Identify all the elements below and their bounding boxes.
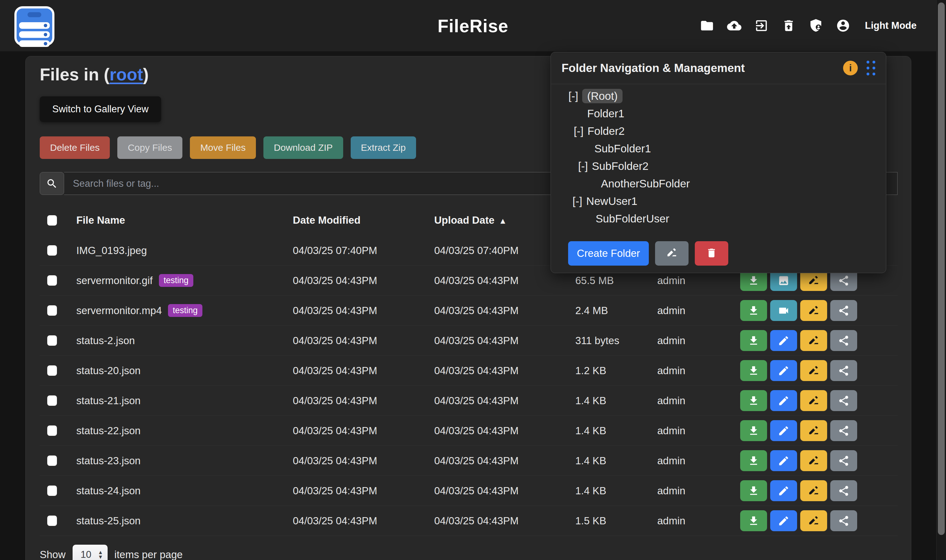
column-header-date-modified[interactable]: Date Modified <box>293 214 434 226</box>
download-button[interactable] <box>740 510 767 531</box>
file-name: servermonitor.mp4 <box>76 305 162 317</box>
create-folder-button[interactable]: Create Folder <box>568 241 649 266</box>
share-button[interactable] <box>830 360 857 381</box>
rename-button[interactable] <box>800 510 827 531</box>
file-tag-badge: testing <box>159 274 193 287</box>
edit-button[interactable] <box>770 360 797 381</box>
account-circle-icon[interactable] <box>836 18 850 33</box>
row-checkbox[interactable] <box>47 486 57 496</box>
row-action-buttons <box>740 300 897 321</box>
drag-handle-icon[interactable] <box>866 61 875 75</box>
download-button[interactable] <box>740 420 767 441</box>
share-button[interactable] <box>830 450 857 471</box>
collapse-toggle[interactable]: [-] <box>572 195 582 208</box>
switch-gallery-view-button[interactable]: Switch to Gallery View <box>40 96 161 122</box>
rename-button[interactable] <box>800 360 827 381</box>
download-button[interactable] <box>740 360 767 381</box>
items-per-page-label: items per page <box>114 549 183 560</box>
light-mode-toggle[interactable]: Light Mode <box>865 20 917 31</box>
collapse-toggle[interactable]: [-] <box>574 125 583 137</box>
folder-tree-item[interactable]: [-](Root) <box>551 87 886 105</box>
share-button[interactable] <box>830 510 857 531</box>
edit-button[interactable] <box>770 450 797 471</box>
delete-files-button[interactable]: Delete Files <box>40 136 110 159</box>
rename-button[interactable] <box>800 450 827 471</box>
date-modified: 04/03/25 04:43PM <box>293 365 434 377</box>
rename-button[interactable] <box>800 480 827 501</box>
download-button[interactable] <box>740 480 767 501</box>
download-zip-button[interactable]: Download ZIP <box>263 136 343 159</box>
rename-button[interactable] <box>800 390 827 411</box>
logout-icon[interactable] <box>754 18 769 33</box>
share-button[interactable] <box>830 300 857 321</box>
edit-button[interactable] <box>770 330 797 351</box>
folder-icon[interactable] <box>700 18 714 33</box>
rename-folder-button[interactable] <box>655 241 689 266</box>
delete-folder-button[interactable] <box>695 241 728 266</box>
row-checkbox[interactable] <box>47 426 57 436</box>
row-checkbox[interactable] <box>47 365 57 376</box>
move-files-button[interactable]: Move Files <box>190 136 256 159</box>
folder-panel-header: Folder Navigation & Management <box>551 52 886 84</box>
filerise-logo-icon <box>14 6 54 46</box>
table-body: IMG_0193.jpeg04/03/25 07:40PM04/03/25 07… <box>40 235 897 536</box>
edit-button[interactable] <box>770 510 797 531</box>
rename-button[interactable] <box>800 420 827 441</box>
items-per-page-select[interactable]: 10 ▲▼ <box>72 545 108 560</box>
folder-tree-item[interactable]: SubFolderUser <box>551 210 886 228</box>
folder-tree-item[interactable]: SubFolder1 <box>551 140 886 157</box>
row-checkbox[interactable] <box>47 275 57 286</box>
app-title: FileRise <box>438 15 509 36</box>
row-checkbox[interactable] <box>47 305 57 316</box>
scrollbar-thumb[interactable] <box>938 3 945 535</box>
copy-files-button[interactable]: Copy Files <box>117 136 182 159</box>
download-button[interactable] <box>740 390 767 411</box>
root-folder-link[interactable]: root <box>109 65 143 84</box>
folder-tree-item[interactable]: [-]SubFolder2 <box>551 157 886 175</box>
cloud-upload-icon[interactable] <box>727 18 741 33</box>
share-button[interactable] <box>830 270 857 291</box>
rename-button[interactable] <box>800 270 827 291</box>
row-checkbox[interactable] <box>47 245 57 255</box>
edit-button[interactable] <box>770 480 797 501</box>
row-checkbox[interactable] <box>47 335 57 346</box>
image-button[interactable] <box>770 270 797 291</box>
shield-user-icon[interactable] <box>809 18 823 33</box>
share-button[interactable] <box>830 420 857 441</box>
upload-date: 04/03/25 04:43PM <box>434 335 575 347</box>
share-button[interactable] <box>830 480 857 501</box>
folder-tree-item[interactable]: AnotherSubFolder <box>551 175 886 192</box>
download-button[interactable] <box>740 450 767 471</box>
extract-zip-button[interactable]: Extract Zip <box>351 136 416 159</box>
share-button[interactable] <box>830 390 857 411</box>
edit-button[interactable] <box>770 420 797 441</box>
rename-button[interactable] <box>800 330 827 351</box>
row-checkbox[interactable] <box>47 395 57 406</box>
select-all-checkbox[interactable] <box>47 215 57 226</box>
table-row: status-25.json04/03/25 04:43PM04/03/25 0… <box>40 506 897 536</box>
download-button[interactable] <box>740 330 767 351</box>
folder-tree: [-](Root)Folder1[-]Folder2SubFolder1[-]S… <box>551 84 886 228</box>
download-button[interactable] <box>740 300 767 321</box>
video-button[interactable] <box>770 300 797 321</box>
row-checkbox[interactable] <box>47 455 57 466</box>
folder-tree-item[interactable]: [-]NewUser1 <box>551 192 886 210</box>
trash-restore-icon[interactable] <box>781 18 796 33</box>
row-action-buttons <box>740 480 897 501</box>
row-checkbox[interactable] <box>47 515 57 526</box>
date-modified: 04/03/25 04:43PM <box>293 305 434 317</box>
folder-tree-item[interactable]: [-]Folder2 <box>551 122 886 140</box>
file-name: status-22.json <box>76 425 140 437</box>
file-size: 2.4 MB <box>575 305 657 317</box>
download-button[interactable] <box>740 270 767 291</box>
table-row: status-20.json04/03/25 04:43PM04/03/25 0… <box>40 356 897 386</box>
folder-panel-title: Folder Navigation & Management <box>561 62 843 75</box>
info-icon[interactable] <box>843 61 858 75</box>
folder-tree-item[interactable]: Folder1 <box>551 105 886 122</box>
collapse-toggle[interactable]: [-] <box>568 90 578 102</box>
edit-button[interactable] <box>770 390 797 411</box>
collapse-toggle[interactable]: [-] <box>578 160 588 172</box>
rename-button[interactable] <box>800 300 827 321</box>
column-header-file-name[interactable]: File Name <box>76 214 293 226</box>
share-button[interactable] <box>830 330 857 351</box>
